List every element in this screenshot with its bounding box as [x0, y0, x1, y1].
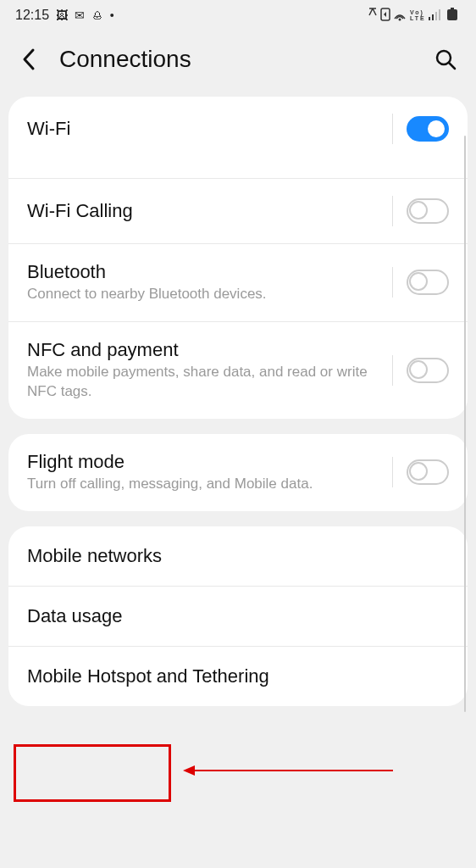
- wifi-toggle[interactable]: [407, 116, 449, 142]
- setting-row-nfc[interactable]: NFC and payment Make mobile payments, sh…: [8, 322, 468, 419]
- setting-title: Data usage: [27, 605, 449, 627]
- setting-row-wifi-calling[interactable]: Wi-Fi Calling: [8, 179, 468, 244]
- svg-text:LTE: LTE: [410, 15, 426, 21]
- status-time: 12:15: [15, 8, 49, 23]
- setting-title: Mobile Hotspot and Tethering: [27, 665, 449, 687]
- setting-row-wifi[interactable]: Wi-Fi: [8, 97, 468, 179]
- setting-row-hotspot-tethering[interactable]: Mobile Hotspot and Tethering: [8, 647, 468, 706]
- setting-row-mobile-networks[interactable]: Mobile networks: [8, 526, 468, 587]
- setting-row-bluetooth[interactable]: Bluetooth Connect to nearby Bluetooth de…: [8, 244, 468, 322]
- bluetooth-toggle[interactable]: [407, 270, 449, 295]
- settings-content: Wi-Fi Wi-Fi Calling Bluetooth Connect to…: [0, 97, 476, 706]
- svg-rect-9: [451, 8, 454, 9]
- setting-subtitle: Connect to nearby Bluetooth devices.: [27, 285, 382, 304]
- setting-subtitle: Turn off calling, messaging, and Mobile …: [27, 475, 382, 494]
- svg-line-11: [449, 63, 455, 69]
- page-title: Connections: [59, 46, 432, 73]
- svg-point-1: [399, 18, 401, 20]
- annotation-arrow: [185, 770, 393, 771]
- annotation-highlight-box: [14, 744, 171, 802]
- scrollbar[interactable]: [464, 136, 466, 712]
- setting-title: NFC and payment: [27, 339, 382, 361]
- setting-title: Flight mode: [27, 451, 382, 473]
- setting-row-data-usage[interactable]: Data usage: [8, 587, 468, 647]
- setting-title: Wi-Fi: [27, 118, 382, 140]
- settings-group-1: Wi-Fi Wi-Fi Calling Bluetooth Connect to…: [8, 97, 468, 419]
- setting-title: Mobile networks: [27, 545, 449, 567]
- status-bar: 12:15 🖼 ✉ 🕭 • Vo) LTE: [0, 0, 476, 31]
- back-icon[interactable]: [17, 47, 41, 71]
- wifi-calling-toggle[interactable]: [407, 198, 449, 224]
- page-header: Connections: [0, 31, 476, 97]
- search-icon[interactable]: [432, 46, 459, 73]
- svg-rect-7: [439, 9, 440, 20]
- status-right-icons: Vo) LTE: [368, 7, 461, 25]
- setting-title: Wi-Fi Calling: [27, 200, 382, 222]
- status-left-icons: 🖼 ✉ 🕭 •: [56, 8, 116, 22]
- nfc-toggle[interactable]: [407, 358, 449, 383]
- svg-rect-8: [447, 9, 457, 20]
- setting-title: Bluetooth: [27, 261, 382, 283]
- setting-row-flight-mode[interactable]: Flight mode Turn off calling, messaging,…: [8, 434, 468, 511]
- flight-mode-toggle[interactable]: [407, 459, 449, 485]
- settings-group-3: Mobile networks Data usage Mobile Hotspo…: [8, 526, 468, 706]
- setting-subtitle: Make mobile payments, share data, and re…: [27, 363, 382, 402]
- settings-group-2: Flight mode Turn off calling, messaging,…: [8, 434, 468, 511]
- svg-rect-6: [435, 12, 437, 20]
- svg-rect-4: [429, 17, 430, 20]
- svg-rect-5: [432, 14, 434, 20]
